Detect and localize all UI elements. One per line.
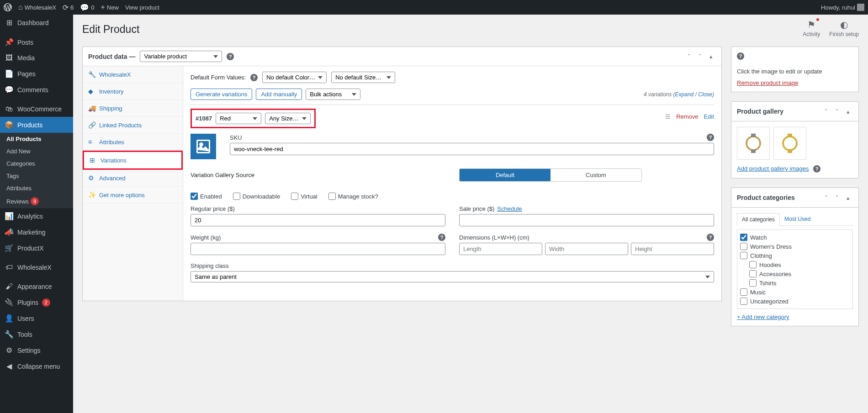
close-link[interactable]: Close	[698, 91, 712, 98]
menu-posts[interactable]: 📌Posts	[0, 34, 73, 50]
caret-up-icon[interactable]: ▴	[843, 193, 853, 203]
length-input[interactable]	[459, 243, 542, 255]
tab-advanced[interactable]: ⚙Advanced	[83, 170, 183, 187]
toggle-custom[interactable]: Custom	[550, 169, 641, 181]
help-icon[interactable]: ?	[250, 74, 258, 81]
tab-all-categories[interactable]: All categories	[737, 213, 780, 226]
menu-settings[interactable]: ⚙Settings	[0, 342, 73, 358]
tab-linked[interactable]: 🔗Linked Products	[83, 117, 183, 134]
expand-link[interactable]: Expand	[675, 91, 694, 98]
weight-input[interactable]	[191, 243, 445, 255]
menu-analytics[interactable]: 📊Analytics	[0, 208, 73, 224]
menu-media[interactable]: 🖼Media	[0, 50, 73, 66]
help-icon[interactable]: ?	[707, 234, 714, 241]
menu-marketing[interactable]: 📣Marketing	[0, 224, 73, 240]
cat-item-tshirts[interactable]: Tshirts	[740, 278, 850, 288]
remove-variation-link[interactable]: Remove	[676, 113, 698, 120]
toggle-default[interactable]: Default	[460, 169, 550, 181]
add-gallery-images-link[interactable]: Add product gallery images	[737, 165, 809, 172]
default-color-select[interactable]: No default Color…	[262, 72, 327, 83]
width-input[interactable]	[545, 243, 628, 255]
new-content[interactable]: + New	[101, 3, 119, 11]
gallery-thumb[interactable]	[737, 127, 770, 160]
comments-link[interactable]: 💬 0	[80, 3, 94, 12]
gallery-thumb[interactable]	[773, 127, 806, 160]
categories-list[interactable]: Watch Women's Dress Clothing Hoodies Acc…	[737, 230, 853, 309]
help-icon[interactable]: ?	[813, 165, 820, 173]
shipping-class-select[interactable]: Same as parent	[191, 271, 714, 282]
height-input[interactable]	[631, 243, 714, 255]
edit-variation-link[interactable]: Edit	[704, 113, 714, 120]
manage-stock-checkbox[interactable]: Manage stock?	[328, 193, 378, 200]
updates-link[interactable]: ⟳ 6	[63, 3, 74, 12]
submenu-tags[interactable]: Tags	[0, 170, 73, 182]
variation-image-placeholder[interactable]	[191, 134, 216, 159]
sale-price-input[interactable]	[459, 214, 714, 226]
sku-input[interactable]	[230, 143, 714, 155]
chevron-down-icon[interactable]: ˅	[695, 52, 705, 62]
caret-up-icon[interactable]: ▴	[706, 52, 716, 62]
cat-item-music[interactable]: Music	[740, 288, 850, 297]
product-type-select[interactable]: Variable product	[140, 51, 222, 62]
chevron-down-icon[interactable]: ˅	[832, 106, 842, 116]
wp-logo[interactable]	[4, 3, 12, 11]
menu-users[interactable]: 👤Users	[0, 310, 73, 326]
finish-setup-button[interactable]: ◐ Finish setup	[829, 19, 859, 37]
regular-price-input[interactable]	[191, 214, 445, 226]
tab-attributes[interactable]: ≡Attributes	[83, 134, 183, 151]
chevron-up-icon[interactable]: ˄	[821, 193, 831, 203]
chevron-down-icon[interactable]: ˅	[832, 193, 842, 203]
submenu-add-new[interactable]: Add New	[0, 145, 73, 157]
variation-color-select[interactable]: Red	[216, 113, 261, 124]
submenu-reviews[interactable]: Reviews 9	[0, 194, 73, 208]
drag-handle-icon[interactable]: ☰	[665, 113, 671, 120]
submenu-all-products[interactable]: All Products	[0, 133, 73, 145]
menu-wholesalex[interactable]: 🏷WholesaleX	[0, 260, 73, 275]
variation-size-select[interactable]: Any Size…	[265, 113, 311, 124]
cat-item-hoodies[interactable]: Hoodies	[740, 260, 850, 269]
view-product-link[interactable]: View product	[125, 4, 159, 11]
chevron-up-icon[interactable]: ˄	[821, 106, 831, 116]
submenu-categories[interactable]: Categories	[0, 157, 73, 170]
help-icon[interactable]: ?	[707, 134, 714, 141]
tab-inventory[interactable]: ◆Inventory	[83, 83, 183, 100]
bulk-actions-select[interactable]: Bulk actions	[306, 89, 360, 100]
howdy-user[interactable]: Howdy, ruhul	[821, 4, 864, 11]
menu-appearance[interactable]: 🖌Appearance	[0, 279, 73, 294]
enabled-checkbox[interactable]: Enabled	[191, 193, 222, 200]
menu-woocommerce[interactable]: 🛍WooCommerce	[0, 101, 73, 117]
chevron-up-icon[interactable]: ˄	[684, 52, 694, 62]
menu-tools[interactable]: 🔧Tools	[0, 326, 73, 342]
downloadable-checkbox[interactable]: Downloadable	[233, 193, 280, 200]
tab-more-options[interactable]: ✨Get more options	[83, 187, 183, 204]
tab-shipping[interactable]: 🚚Shipping	[83, 100, 183, 117]
site-name[interactable]: ⌂ WholesaleX	[18, 3, 56, 11]
cat-item-accessories[interactable]: Accessories	[740, 269, 850, 278]
tab-most-used[interactable]: Most Used	[780, 213, 815, 225]
schedule-link[interactable]: Schedule	[497, 205, 522, 212]
help-icon[interactable]: ?	[227, 53, 234, 60]
menu-products[interactable]: 📦Products	[0, 117, 73, 133]
default-size-select[interactable]: No default Size…	[331, 72, 395, 83]
cat-item-womens-dress[interactable]: Women's Dress	[740, 242, 850, 251]
submenu-attributes[interactable]: Attributes	[0, 182, 73, 194]
menu-pages[interactable]: 📄Pages	[0, 66, 73, 82]
help-icon[interactable]: ?	[438, 234, 445, 241]
menu-productx[interactable]: 🛒ProductX	[0, 240, 73, 256]
caret-up-icon[interactable]: ▴	[843, 106, 853, 116]
activity-button[interactable]: ⚑ Activity	[803, 19, 820, 37]
add-manually-button[interactable]: Add manually	[256, 89, 302, 100]
tab-wholesalex[interactable]: 🔧WholesaleX	[83, 66, 183, 83]
menu-collapse[interactable]: ◀Collapse menu	[0, 358, 73, 374]
add-new-category-link[interactable]: + Add new category	[737, 314, 789, 320]
tab-variations[interactable]: ⊞Variations	[83, 151, 183, 170]
menu-comments[interactable]: 💬Comments	[0, 82, 73, 98]
help-icon[interactable]: ?	[737, 52, 744, 60]
cat-item-clothing[interactable]: Clothing	[740, 251, 850, 260]
menu-dashboard[interactable]: ⊞Dashboard	[0, 15, 73, 31]
remove-product-image-link[interactable]: Remove product image	[737, 79, 798, 86]
generate-variations-button[interactable]: Generate variations	[191, 89, 252, 100]
virtual-checkbox[interactable]: Virtual	[291, 193, 318, 200]
cat-item-watch[interactable]: Watch	[740, 233, 850, 242]
cat-item-uncategorized[interactable]: Uncategorized	[740, 297, 850, 306]
